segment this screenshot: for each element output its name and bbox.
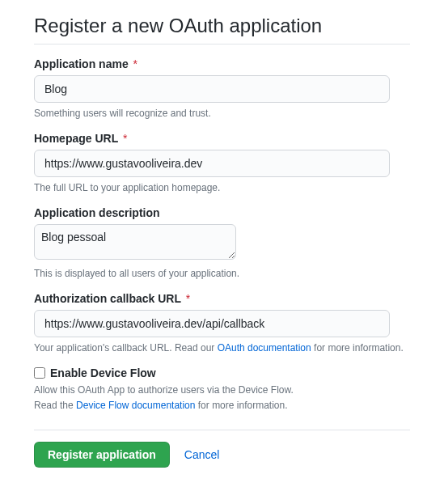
homepage-label: Homepage URL * xyxy=(34,132,410,145)
callback-help: Your application's callback URL. Read ou… xyxy=(34,342,410,354)
device-flow-label: Enable Device Flow xyxy=(50,366,156,379)
app-name-help: Something users will recognize and trust… xyxy=(34,108,410,119)
register-application-button[interactable]: Register application xyxy=(34,442,170,468)
oauth-documentation-link[interactable]: OAuth documentation xyxy=(218,342,311,354)
required-star-icon: * xyxy=(186,292,190,305)
description-textarea[interactable]: Blog pessoal xyxy=(34,224,236,260)
device-flow-help: Allow this OAuth App to authorize users … xyxy=(34,383,410,413)
required-star-icon: * xyxy=(133,57,137,70)
form-actions: Register application Cancel xyxy=(34,442,410,468)
label-text: Homepage URL xyxy=(34,132,118,145)
callback-label: Authorization callback URL * xyxy=(34,292,410,305)
device-flow-help-line2-prefix: Read the xyxy=(34,400,76,411)
field-application-name: Application name * Something users will … xyxy=(34,57,410,119)
device-flow-row: Enable Device Flow xyxy=(34,366,410,379)
device-flow-help-line1: Allow this OAuth App to authorize users … xyxy=(34,384,294,396)
field-application-description: Application description Blog pessoal Thi… xyxy=(34,206,410,279)
callback-input[interactable] xyxy=(34,310,390,337)
description-label: Application description xyxy=(34,206,410,219)
label-text: Application description xyxy=(34,206,160,219)
description-help: This is displayed to all users of your a… xyxy=(34,268,410,279)
app-name-label: Application name * xyxy=(34,57,410,70)
label-text: Authorization callback URL xyxy=(34,292,181,305)
section-divider xyxy=(34,430,410,430)
homepage-help: The full URL to your application homepag… xyxy=(34,182,410,193)
help-suffix: for more information. xyxy=(311,342,404,354)
app-name-input[interactable] xyxy=(34,75,390,103)
label-text: Application name xyxy=(34,57,129,70)
device-flow-checkbox[interactable] xyxy=(34,367,45,379)
device-flow-documentation-link[interactable]: Device Flow documentation xyxy=(76,400,195,411)
device-flow-help-line2-suffix: for more information. xyxy=(195,400,287,411)
cancel-link[interactable]: Cancel xyxy=(184,448,220,461)
field-callback-url: Authorization callback URL * Your applic… xyxy=(34,292,410,354)
page-title: Register a new OAuth application xyxy=(34,15,410,44)
homepage-input[interactable] xyxy=(34,150,390,177)
field-homepage-url: Homepage URL * The full URL to your appl… xyxy=(34,132,410,193)
help-prefix: Your application's callback URL. Read ou… xyxy=(34,342,218,354)
required-star-icon: * xyxy=(123,132,127,145)
